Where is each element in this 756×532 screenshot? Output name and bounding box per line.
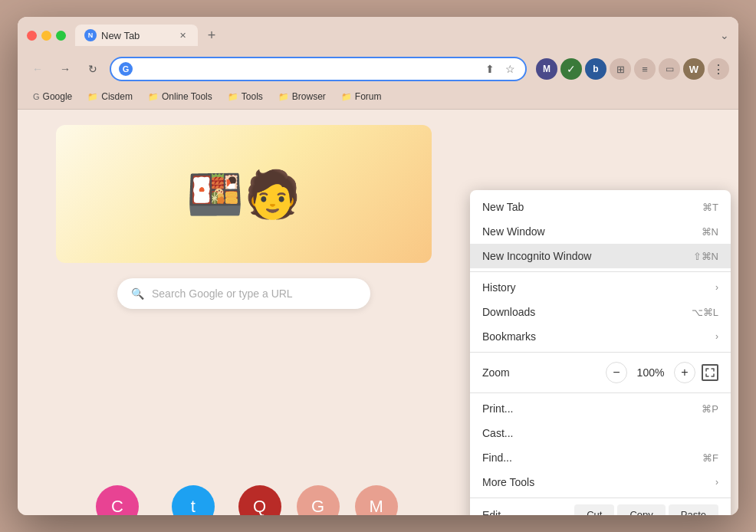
bookmark-star-icon[interactable]: ☆ [502, 61, 518, 77]
menu-downloads-label: Downloads [482, 306, 692, 318]
address-input[interactable] [139, 63, 476, 75]
menu-divider-4 [470, 498, 731, 498]
menu-more-tools-label: More Tools [482, 476, 715, 488]
search-bar-main[interactable]: 🔍 Search Google or type a URL [117, 278, 370, 309]
google-favicon-icon: G [33, 92, 40, 101]
bookmarks-bar: G Google 📁 Cisdem 📁 Online Tools 📁 Tools… [18, 86, 738, 110]
tab-title: New Tab [101, 30, 172, 41]
menu-find-label: Find... [482, 452, 702, 464]
share-icon[interactable]: ⬆ [482, 61, 498, 77]
extension-check-icon[interactable]: ✓ [560, 58, 582, 80]
folder-icon-3: 📁 [228, 92, 238, 102]
minimize-button[interactable] [41, 31, 51, 41]
menu-find[interactable]: Find... ⌘F [470, 445, 731, 470]
menu-copy-button[interactable]: Copy [617, 504, 665, 515]
zoom-decrease-button[interactable]: − [606, 362, 627, 383]
shortcut-quora[interactable]: Q Quora [238, 485, 281, 515]
extensions-puzzle-icon[interactable]: ⊞ [610, 58, 631, 80]
menu-cast-label: Cast... [482, 427, 718, 439]
menu-new-window-shortcut: ⌘N [702, 226, 718, 238]
folder-icon: 📁 [87, 92, 98, 102]
menu-new-incognito-shortcut: ⇧⌘N [693, 251, 718, 262]
tab-close-button[interactable]: ✕ [176, 29, 189, 41]
bookmark-google[interactable]: G Google [27, 89, 78, 104]
window-chevron-icon[interactable]: ⌄ [720, 29, 729, 41]
bookmark-browser-label: Browser [292, 91, 326, 102]
menu-new-incognito[interactable]: New Incognito Window ⇧⌘N [470, 244, 731, 268]
zoom-increase-button[interactable]: + [674, 362, 695, 383]
menu-bookmarks[interactable]: Bookmarks › [470, 324, 731, 349]
bookmark-tools-label: Tools [242, 91, 263, 102]
shortcut-moz[interactable]: M Moz [355, 485, 398, 515]
close-button[interactable] [27, 31, 37, 41]
menu-cast[interactable]: Cast... [470, 421, 731, 445]
bookmark-google-label: Google [43, 91, 73, 102]
menu-new-tab[interactable]: New Tab ⌘T [470, 195, 731, 219]
tab-favicon: N [84, 29, 97, 41]
toolbar-icons: M ✓ b ⊞ ≡ ▭ W ⋮ [536, 58, 729, 80]
menu-print[interactable]: Print... ⌘P [470, 396, 731, 421]
menu-new-incognito-label: New Incognito Window [482, 250, 693, 262]
menu-bookmarks-label: Bookmarks [482, 330, 715, 343]
menu-history-arrow-icon: › [715, 282, 718, 293]
tab-bar: N New Tab ✕ + [75, 25, 222, 46]
active-tab[interactable]: N New Tab ✕ [75, 25, 198, 46]
bookmark-cisdem-label: Cisdem [101, 91, 133, 102]
chrome-menu-button[interactable]: ⋮ [708, 58, 729, 80]
folder-icon-2: 📁 [148, 92, 159, 102]
menu-more-tools-arrow-icon: › [715, 477, 718, 488]
menu-downloads-shortcut: ⌥⌘L [692, 307, 718, 318]
menu-edit-label: Edit [482, 509, 571, 516]
title-bar-top: N New Tab ✕ + ⌄ [27, 25, 729, 46]
bookmark-tools[interactable]: 📁 Tools [222, 89, 269, 104]
back-button[interactable]: ← [27, 58, 48, 80]
zoom-fullscreen-button[interactable] [702, 364, 718, 381]
bookmark-browser[interactable]: 📁 Browser [272, 89, 332, 104]
extension-b-icon[interactable]: b [585, 58, 606, 80]
menu-history[interactable]: History › [470, 275, 731, 300]
traffic-lights [27, 31, 66, 41]
menu-more-tools[interactable]: More Tools › [470, 470, 731, 494]
nav-bar: ← → ↻ G ⬆ ☆ M ✓ b ⊞ ≡ ▭ W ⋮ [18, 52, 738, 86]
shortcut-cisdem[interactable]: C [OFFICIAL] Ci... [87, 485, 148, 515]
shortcut-twitter[interactable]: t Twitter. It's w... [163, 485, 223, 515]
new-tab-button[interactable]: + [201, 25, 222, 46]
menu-paste-button[interactable]: Paste [669, 504, 718, 515]
menu-edit-section: Edit Cut Copy Paste [470, 501, 731, 515]
menu-new-tab-label: New Tab [482, 201, 702, 213]
menu-cut-button[interactable]: Cut [574, 504, 614, 515]
bookmark-forum[interactable]: 📁 Forum [335, 89, 388, 104]
reload-button[interactable]: ↻ [82, 58, 104, 80]
search-placeholder-text: Search Google or type a URL [152, 287, 293, 300]
menu-zoom: Zoom − 100% + [470, 356, 731, 389]
shortcut-google[interactable]: G Google [297, 485, 340, 515]
extension-bars-icon[interactable]: ≡ [634, 58, 656, 80]
maximize-button[interactable] [56, 31, 66, 41]
bookmark-cisdem[interactable]: 📁 Cisdem [81, 89, 139, 104]
shortcut-quora-icon: Q [238, 485, 281, 515]
bookmark-online-tools[interactable]: 📁 Online Tools [142, 89, 219, 104]
google-g-icon: G [119, 62, 133, 76]
bookmark-forum-label: Forum [355, 91, 382, 102]
forward-button[interactable]: → [54, 58, 76, 80]
menu-history-label: History [482, 281, 715, 294]
shortcuts-row: C [OFFICIAL] Ci... t Twitter. It's w... … [87, 485, 398, 515]
title-bar: N New Tab ✕ + ⌄ [18, 17, 738, 52]
tab-groups-icon[interactable]: ▭ [659, 58, 680, 80]
search-icon: 🔍 [131, 287, 144, 300]
chrome-dropdown-menu: New Tab ⌘T New Window ⌘N New Incognito W… [470, 190, 731, 515]
zoom-value-display: 100% [633, 366, 668, 379]
folder-icon-4: 📁 [278, 92, 289, 102]
menu-downloads[interactable]: Downloads ⌥⌘L [470, 300, 731, 324]
shortcut-cisdem-icon: C [96, 485, 139, 515]
extension-m-icon[interactable]: M [536, 58, 557, 80]
menu-new-window[interactable]: New Window ⌘N [470, 219, 731, 244]
browser-window: N New Tab ✕ + ⌄ ← → ↻ G ⬆ ☆ M ✓ [18, 17, 738, 515]
address-bar-container: G ⬆ ☆ [110, 57, 527, 81]
menu-zoom-label: Zoom [482, 366, 606, 379]
shortcut-google-icon: G [297, 485, 340, 515]
profile-avatar[interactable]: W [683, 58, 705, 80]
shortcut-moz-icon: M [355, 485, 398, 515]
menu-find-shortcut: ⌘F [702, 452, 718, 464]
bookmark-online-tools-label: Online Tools [162, 91, 212, 102]
